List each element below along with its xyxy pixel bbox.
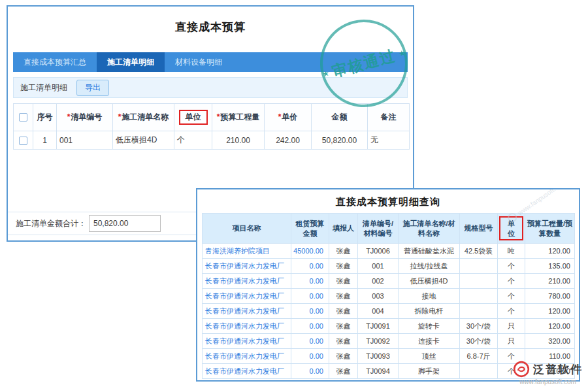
section-title: 施工清单明细	[20, 82, 67, 93]
item-name-cell: 拉线/拉线盘	[399, 259, 460, 274]
unit-cell: 个	[498, 289, 525, 304]
select-all-checkbox[interactable]	[19, 113, 27, 122]
rent-budget-cell: 0.00	[291, 259, 329, 274]
item-name-cell: 接地	[399, 289, 460, 304]
row-checkbox[interactable]	[19, 137, 27, 145]
stamp-content: ★ 审核通过 ★	[319, 42, 408, 84]
quantity-cell: 780.00	[525, 289, 575, 304]
project-name-cell[interactable]: 长春市伊通河水力发电厂	[203, 304, 291, 319]
item-name-cell: 普通硅酸盐水泥	[399, 244, 460, 259]
rent-budget-cell: 0.00	[291, 304, 329, 319]
code-cell: TJ0092	[358, 334, 399, 349]
fanpu-logo-icon	[513, 361, 530, 378]
table-row[interactable]: 长春市伊通河水力发电厂 0.00 张鑫 003 接地 个 780.00	[203, 289, 575, 304]
rent-budget-cell: 45000.00	[291, 244, 329, 259]
item-name-cell: 低压横担4D	[399, 274, 460, 289]
rent-budget-cell: 0.00	[291, 274, 329, 289]
spec-cell	[460, 364, 498, 379]
unit-cell: 个	[174, 131, 212, 150]
quantity-cell: 210.00	[525, 274, 575, 289]
filler-cell: 张鑫	[329, 334, 358, 349]
project-name-cell[interactable]: 长春市伊通河水力发电厂	[203, 259, 291, 274]
table-row[interactable]: 1 001 低压横担4D 个 210.00 242.00 50,820.00 无	[14, 131, 410, 150]
tab-material-equipment-detail[interactable]: 材料设备明细	[165, 52, 233, 72]
required-mark: *	[278, 112, 282, 122]
header-quantity: *预算工程量	[212, 104, 265, 131]
project-name-cell[interactable]: 长春市伊通河水力发电厂	[203, 349, 291, 364]
spec-cell	[460, 274, 498, 289]
filler-cell: 张鑫	[329, 274, 358, 289]
project-name-cell[interactable]: 青海洪湖养护院项目	[203, 244, 291, 259]
filler-cell: 张鑫	[329, 289, 358, 304]
table-row[interactable]: 长春市伊通河水力发电厂 0.00 张鑫 002 低压横担4D 个 210.00	[203, 274, 575, 289]
table-row[interactable]: 青海洪湖养护院项目 45000.00 张鑫 TJ0006 普通硅酸盐水泥 42.…	[203, 244, 575, 259]
quantity-cell: 120.00	[525, 304, 575, 319]
item-name-cell: 连接卡	[399, 334, 460, 349]
header-item-name: 施工清单名称/材料名称	[399, 214, 460, 244]
filler-cell: 张鑫	[329, 364, 358, 379]
watermark-brand: 泛普软件 www.fanpusoft.com	[513, 361, 583, 385]
header-rent-budget: 租赁预算金额	[291, 214, 329, 244]
header-filler: 填报人	[329, 214, 358, 244]
item-name-cell: 脚手架	[399, 364, 460, 379]
project-name-cell[interactable]: 长春市伊通河水力发电厂	[203, 289, 291, 304]
spec-cell	[460, 304, 498, 319]
seq-cell: 1	[33, 131, 57, 150]
query-table-body: 青海洪湖养护院项目 45000.00 张鑫 TJ0006 普通硅酸盐水泥 42.…	[203, 244, 575, 379]
code-cell: TJ0093	[358, 349, 399, 364]
amount-cell: 50,820.00	[312, 131, 368, 150]
query-panel: www.fanpusoft.com 直接成本预算明细查询 项目名称 租赁预算金额…	[196, 188, 580, 382]
total-label: 施工清单金额合计：	[16, 218, 86, 229]
rent-budget-cell: 0.00	[291, 364, 329, 379]
query-table: 项目名称 租赁预算金额 填报人 清单编号/材料编号 施工清单名称/材料名称 规格…	[202, 213, 575, 379]
remark-cell: 无	[368, 131, 410, 150]
rent-budget-cell: 0.00	[291, 334, 329, 349]
quantity-cell: 135.00	[525, 259, 575, 274]
table-row[interactable]: 长春市伊通河水力发电厂 0.00 张鑫 004 拆除电杆 个 120.00	[203, 304, 575, 319]
project-name-cell[interactable]: 长春市伊通河水力发电厂	[203, 334, 291, 349]
table-row[interactable]: 长春市伊通河水力发电厂 0.00 张鑫 TJ0091 旋转卡 30个/袋 只 1…	[203, 319, 575, 334]
unit-cell: 个	[498, 274, 525, 289]
price-cell: 242.00	[265, 131, 312, 150]
spec-cell: 42.5袋装	[460, 244, 498, 259]
header-list-code: *清单编号	[57, 104, 113, 131]
rent-budget-cell: 0.00	[291, 319, 329, 334]
spec-cell: 30个/袋	[460, 319, 498, 334]
tab-construction-list-detail[interactable]: 施工清单明细	[97, 52, 165, 72]
code-cell: TJ0091	[358, 319, 399, 334]
header-code: 清单编号/材料编号	[358, 214, 399, 244]
project-name-cell[interactable]: 长春市伊通河水力发电厂	[203, 274, 291, 289]
spec-cell	[460, 259, 498, 274]
code-cell: 001	[358, 259, 399, 274]
filler-cell: 张鑫	[329, 304, 358, 319]
quantity-cell: 120.00	[525, 244, 575, 259]
project-name-cell[interactable]: 长春市伊通河水力发电厂	[203, 319, 291, 334]
construction-list-table: 序号 *清单编号 *施工清单名称 单位 *预算工程量 *单价 金额 备注 1 0…	[13, 103, 410, 150]
total-amount-input[interactable]	[89, 215, 161, 232]
export-button[interactable]: 导出	[76, 80, 109, 96]
filler-cell: 张鑫	[329, 244, 358, 259]
filler-cell: 张鑫	[329, 319, 358, 334]
brand-row: 泛普软件	[513, 361, 583, 378]
unit-cell: 只	[498, 334, 525, 349]
filler-cell: 张鑫	[329, 349, 358, 364]
header-seq: 序号	[33, 104, 57, 131]
project-name-cell[interactable]: 长春市伊通河水力发电厂	[203, 364, 291, 379]
table-row[interactable]: 长春市伊通河水力发电厂 0.00 张鑫 TJ0092 连接卡 30个/袋 只 3…	[203, 334, 575, 349]
item-name-cell: 顶丝	[399, 349, 460, 364]
header-amount: 金额	[312, 104, 368, 131]
header-unit: 单位	[174, 104, 212, 131]
code-cell: TJ0094	[358, 364, 399, 379]
table-row[interactable]: 长春市伊通河水力发电厂 0.00 张鑫 001 拉线/拉线盘 个 135.00	[203, 259, 575, 274]
unit-cell: 吨	[498, 244, 525, 259]
code-cell: 004	[358, 304, 399, 319]
rent-budget-cell: 0.00	[291, 289, 329, 304]
unit-cell: 个	[498, 259, 525, 274]
unit-cell: 个	[498, 304, 525, 319]
spec-cell: 30个/袋	[460, 334, 498, 349]
header-quantity: 预算工程量/预算数量	[525, 214, 575, 244]
tab-budget-summary[interactable]: 直接成本预算汇总	[13, 52, 97, 72]
unit-highlight-box: 单位	[179, 110, 208, 125]
header-project-name: 项目名称	[203, 214, 291, 244]
header-remark: 备注	[368, 104, 410, 131]
